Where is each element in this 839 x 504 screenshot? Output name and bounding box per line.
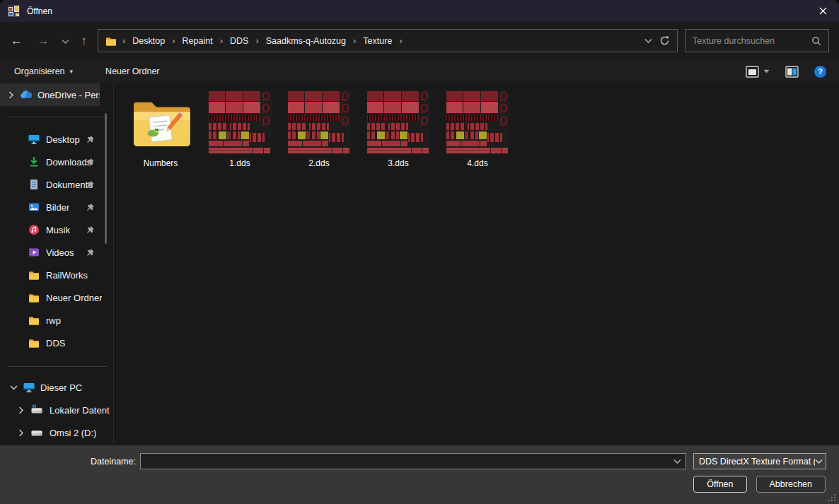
folder-icon <box>28 270 40 280</box>
pin-icon <box>86 203 95 211</box>
new-folder-button[interactable]: Neuer Ordner <box>105 66 159 76</box>
sidebar-separator <box>7 366 108 367</box>
open-button[interactable]: Öffnen <box>693 476 746 493</box>
breadcrumb-item-dds[interactable]: DDS <box>226 34 253 48</box>
sidebar-scrollbar[interactable] <box>105 113 107 244</box>
downloads-icon <box>28 156 40 168</box>
music-icon <box>28 224 40 235</box>
pin-icon <box>86 135 95 143</box>
sidebar-item-downloads[interactable]: Downloads <box>0 151 113 173</box>
breadcrumb-separator: › <box>254 35 260 46</box>
organize-button[interactable]: Organisieren ▾ <box>14 66 73 76</box>
file-name: 4.dds <box>467 158 487 168</box>
back-button[interactable]: ← <box>6 32 27 49</box>
sidebar-item-neuer-ordner[interactable]: Neuer Ordner <box>0 286 113 309</box>
breadcrumb-item-repaint[interactable]: Repaint <box>178 34 217 48</box>
sidebar-item-desktop[interactable]: Desktop <box>0 128 113 151</box>
dialog-footer: Dateiname: DDS DirectX Texture Format (*… <box>0 445 839 504</box>
sidebar-item-videos[interactable]: Videos <box>0 241 113 264</box>
sidebar-item-label: Omsi 2 (D:) <box>50 428 96 438</box>
file-list: Numbers 1.dds 2.dds 3.dds 4.dds <box>114 83 839 445</box>
file-item-3dds[interactable]: 3.dds <box>364 90 432 168</box>
dds-texture-thumbnail <box>287 90 351 154</box>
up-button[interactable]: ↑ <box>77 32 92 49</box>
breadcrumb: › Desktop › Repaint › DDS › Saadkms-q-Au… <box>121 34 644 48</box>
window-title: Öffnen <box>27 6 52 16</box>
chevron-right-icon[interactable] <box>18 429 24 437</box>
folder-icon <box>105 36 117 46</box>
sidebar-item-label: OneDrive - Pers <box>37 90 100 100</box>
address-bar[interactable]: › Desktop › Repaint › DDS › Saadkms-q-Au… <box>98 29 678 52</box>
chevron-down-icon <box>62 39 69 45</box>
preview-pane-icon[interactable] <box>785 66 799 78</box>
breadcrumb-item-texture[interactable]: Texture <box>359 34 396 48</box>
view-thumbnails-icon <box>746 66 759 78</box>
sidebar-item-label: Lokaler Datent <box>50 405 110 416</box>
filename-combo[interactable] <box>140 453 686 469</box>
help-button[interactable]: ? <box>814 66 826 78</box>
sidebar-item-rwp[interactable]: rwp <box>0 309 113 332</box>
chevron-right-icon[interactable] <box>18 406 24 414</box>
sidebar-item-dds[interactable]: DDS <box>0 332 113 354</box>
breadcrumb-separator: › <box>352 35 357 46</box>
file-item-4dds[interactable]: 4.dds <box>444 90 511 168</box>
recent-locations-button[interactable] <box>60 32 71 49</box>
chevron-right-icon[interactable] <box>8 91 14 99</box>
pin-icon <box>86 225 95 234</box>
dds-texture-thumbnail <box>446 90 509 154</box>
this-pc-icon <box>23 382 35 393</box>
sidebar-item-music[interactable]: Musik <box>0 218 113 241</box>
documents-icon <box>28 179 40 190</box>
file-name: 2.dds <box>308 158 329 168</box>
refresh-icon[interactable] <box>659 35 670 46</box>
resize-grip[interactable] <box>828 494 835 501</box>
sidebar-item-railworks[interactable]: RailWorks <box>0 264 113 286</box>
sidebar-item-label: Dieser PC <box>40 382 82 393</box>
file-item-2dds[interactable]: 2.dds <box>285 90 353 168</box>
search-input[interactable] <box>693 36 811 46</box>
videos-icon <box>28 247 40 258</box>
change-view-button[interactable] <box>746 66 770 78</box>
file-item-numbers[interactable]: Numbers <box>127 90 195 168</box>
search-icon <box>811 36 821 46</box>
navigation-bar: ← → ↑ › Desktop › Repaint › DDS › Saadkm… <box>0 22 839 59</box>
sidebar-item-label: RailWorks <box>46 270 88 281</box>
filename-input[interactable] <box>141 454 673 469</box>
chevron-down-icon[interactable] <box>10 385 18 390</box>
sidebar-item-label: Musik <box>46 225 70 235</box>
sidebar-item-omsi-drive[interactable]: Omsi 2 (D:) <box>0 421 113 444</box>
desktop-icon <box>28 134 40 145</box>
address-dropdown-icon[interactable] <box>644 38 652 44</box>
help-label: ? <box>818 67 823 76</box>
sidebar-item-this-pc[interactable]: Dieser PC <box>0 376 113 399</box>
organize-label: Organisieren <box>14 66 65 76</box>
filename-dropdown-icon[interactable] <box>673 459 681 464</box>
sidebar-item-label: Neuer Ordner <box>46 293 102 303</box>
onedrive-cloud-icon <box>20 90 32 99</box>
filetype-select[interactable]: DDS DirectX Texture Format (*.d <box>693 453 826 469</box>
content-area: OneDrive - Pers Desktop Downloads <box>0 83 839 445</box>
sidebar-item-local-disk[interactable]: Lokaler Datent <box>0 399 113 421</box>
sidebar-item-label: Videos <box>46 247 74 258</box>
file-item-1dds[interactable]: 1.dds <box>206 90 274 168</box>
sidebar-item-pictures[interactable]: Bilder <box>0 196 113 218</box>
pin-icon <box>86 180 95 189</box>
sidebar-item-onedrive[interactable]: OneDrive - Pers <box>0 83 100 106</box>
sidebar-item-label: DDS <box>46 338 65 348</box>
forward-button[interactable]: → <box>33 32 54 49</box>
app-window-icon <box>8 5 20 17</box>
drive-icon <box>31 427 42 438</box>
cancel-button[interactable]: Abbrechen <box>756 476 826 493</box>
close-button[interactable] <box>806 0 839 22</box>
breadcrumb-separator: › <box>398 35 403 46</box>
sidebar-item-documents[interactable]: Dokumente <box>0 173 113 196</box>
search-box[interactable] <box>685 29 829 52</box>
breadcrumb-separator: › <box>121 35 127 46</box>
view-caret-icon <box>763 69 770 74</box>
breadcrumb-item-saadkms[interactable]: Saadkms-q-Autozug <box>262 34 350 48</box>
filetype-value: DDS DirectX Texture Format (*.d <box>699 457 815 467</box>
breadcrumb-separator: › <box>170 35 176 46</box>
folder-icon <box>28 315 40 325</box>
sidebar-item-label: Bilder <box>46 202 69 213</box>
breadcrumb-item-desktop[interactable]: Desktop <box>128 34 169 48</box>
